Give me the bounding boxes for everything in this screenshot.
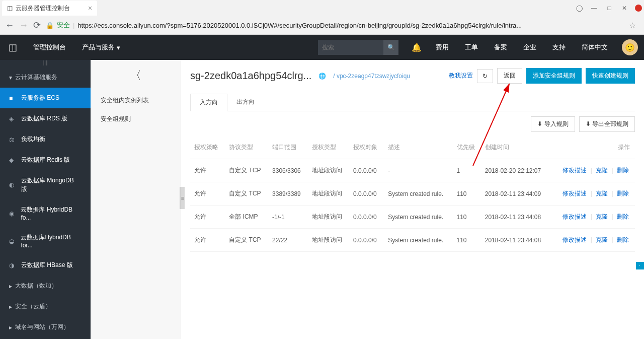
console-link[interactable]: 管理控制台 xyxy=(25,35,74,60)
cell-authtype: 地址段访问 xyxy=(308,206,349,229)
cell-created: 2018-02-20 22:12:07 xyxy=(481,159,550,182)
products-label: 产品与服务 xyxy=(82,43,115,52)
modify-desc-link[interactable]: 修改描述 xyxy=(562,190,587,197)
topbar-link[interactable]: 支持 xyxy=(544,35,574,60)
cell-priority: 110 xyxy=(453,229,481,252)
chevron-down-icon: ▾ xyxy=(9,74,12,81)
import-rules-button[interactable]: ⬇ 导入规则 xyxy=(531,116,575,132)
maximize-icon[interactable]: □ xyxy=(605,5,614,12)
sidebar-item-label: 云数据库 MongoDB 版 xyxy=(21,176,82,193)
table-row: 允许自定义 TCP3306/3306地址段访问0.0.0.0/0-12018-0… xyxy=(190,159,635,182)
tab-inbound[interactable]: 入方向 xyxy=(190,94,227,111)
quick-create-button[interactable]: 快速创建规则 xyxy=(586,68,635,84)
cell-authobj: 0.0.0.0/0 xyxy=(349,159,384,182)
ext-red-icon[interactable] xyxy=(635,5,642,12)
modify-desc-link[interactable]: 修改描述 xyxy=(562,167,587,174)
back-chevron-icon[interactable]: 〈 xyxy=(91,60,181,91)
cell-port: -1/-1 xyxy=(268,206,308,229)
collapse-icon[interactable]: ||| xyxy=(0,60,91,67)
service-icon: ◒ xyxy=(9,238,16,245)
bookmark-icon[interactable]: ☆ xyxy=(629,21,636,30)
cell-ops: 修改描述 | 克隆 | 删除 xyxy=(550,159,635,182)
sidebar-item-label: 云数据库HybridDB for... xyxy=(21,233,82,249)
sidebar-item[interactable]: ■云服务器 ECS xyxy=(0,88,91,108)
search-box[interactable]: 🔍 xyxy=(318,40,398,55)
modify-desc-link[interactable]: 修改描述 xyxy=(562,213,587,220)
cell-ops: 修改描述 | 克隆 | 删除 xyxy=(550,206,635,229)
browser-tab[interactable]: ◫ 云服务器管理控制台 × xyxy=(2,1,97,16)
feedback-widget[interactable]: 咨询·建议 xyxy=(636,262,644,269)
avatar[interactable]: 🙂 xyxy=(622,39,638,55)
sidebar-item[interactable]: ◉云数据库 HybridDB fo... xyxy=(0,199,91,227)
app-bar: ◫ 管理控制台 产品与服务 ▾ 🔍 🔔 费用 工单 备案 企业 支持 简体中文 … xyxy=(0,35,644,60)
brand-icon[interactable]: ◫ xyxy=(0,42,25,53)
table-row: 允许自定义 TCP22/22地址段访问0.0.0.0/0System creat… xyxy=(190,229,635,252)
secondary-nav-item[interactable]: 安全组规则 xyxy=(91,110,181,128)
modify-desc-link[interactable]: 修改描述 xyxy=(562,236,587,243)
group-label: 云计算基础服务 xyxy=(15,73,57,82)
minimize-icon[interactable]: — xyxy=(590,5,599,12)
search-icon[interactable]: 🔍 xyxy=(383,40,398,55)
nav-group-title[interactable]: ▾ 云计算基础服务 xyxy=(0,67,91,88)
nav-group-title[interactable]: ▸安全（云盾） xyxy=(0,296,91,317)
service-icon: ◉ xyxy=(9,210,16,217)
secondary-nav-item[interactable]: 安全组内实例列表 xyxy=(91,91,181,110)
delete-link[interactable]: 删除 xyxy=(617,167,629,174)
clone-link[interactable]: 克隆 xyxy=(596,213,608,220)
sidebar-item[interactable]: ◑云数据库 HBase 版 xyxy=(0,255,91,276)
sidebar-item[interactable]: ◐云数据库 MongoDB 版 xyxy=(0,170,91,199)
chevron-down-icon: ▾ xyxy=(117,44,120,51)
export-rules-button[interactable]: ⬇ 导出全部规则 xyxy=(579,116,635,132)
topbar-link[interactable]: 备案 xyxy=(486,35,515,60)
close-icon[interactable]: × xyxy=(88,4,92,12)
bell-icon[interactable]: 🔔 xyxy=(406,43,428,52)
table-row: 允许自定义 TCP3389/3389地址段访问0.0.0.0/0System c… xyxy=(190,182,635,206)
window-close-icon[interactable]: ✕ xyxy=(620,5,629,12)
col-header: 优先级 xyxy=(453,136,481,159)
clone-link[interactable]: 克隆 xyxy=(596,190,608,197)
tab-outbound[interactable]: 出方向 xyxy=(227,94,264,111)
cell-created: 2018-02-11 23:44:09 xyxy=(481,182,550,206)
disk-icon[interactable]: 🌐 xyxy=(318,73,326,80)
cell-port: 22/22 xyxy=(268,229,308,252)
user-icon[interactable]: ◯ xyxy=(575,5,584,12)
topbar-link[interactable]: 企业 xyxy=(515,35,544,60)
forward-icon[interactable]: → xyxy=(19,20,28,31)
delete-link[interactable]: 删除 xyxy=(617,190,629,197)
topbar-link[interactable]: 工单 xyxy=(457,35,486,60)
delete-link[interactable]: 删除 xyxy=(617,213,629,220)
browser-chrome: ◫ 云服务器管理控制台 × ◯ — □ ✕ ← → ⟳ 🔒 安全 | https… xyxy=(0,0,644,35)
vpc-link[interactable]: / vpc-2zeagp47tzswzjycfoiqu xyxy=(333,73,410,80)
cell-authtype: 地址段访问 xyxy=(308,182,349,206)
topbar-link[interactable]: 费用 xyxy=(428,35,457,60)
col-header: 描述 xyxy=(384,136,452,159)
cell-protocol: 自定义 TCP xyxy=(225,229,268,252)
col-header: 操作 xyxy=(550,136,635,159)
topbar-link[interactable]: 简体中文 xyxy=(574,35,616,60)
cell-desc: System created rule. xyxy=(384,182,452,206)
sidebar-item[interactable]: ◈云数据库 RDS 版 xyxy=(0,108,91,129)
cell-desc: - xyxy=(384,159,452,182)
clone-link[interactable]: 克隆 xyxy=(596,236,608,243)
back-button[interactable]: 返回 xyxy=(497,68,522,84)
cell-protocol: 全部 ICMP xyxy=(225,206,268,229)
back-icon[interactable]: ← xyxy=(5,20,14,31)
sidebar-item[interactable]: ⚖负载均衡 xyxy=(0,129,91,150)
reload-icon[interactable]: ⟳ xyxy=(33,20,41,31)
add-rule-button[interactable]: 添加安全组规则 xyxy=(526,68,582,84)
cell-policy: 允许 xyxy=(190,182,225,206)
refresh-button[interactable]: ↻ xyxy=(477,69,493,83)
url-text: https://ecs.console.aliyun.com/?spm=5176… xyxy=(77,22,522,29)
nav-group-title[interactable]: ▸域名与网站（万网） xyxy=(0,317,91,337)
delete-link[interactable]: 删除 xyxy=(617,236,629,243)
tutorial-link[interactable]: 教我设置 xyxy=(449,72,473,80)
nav-group-title[interactable]: ▸大数据（数加） xyxy=(0,276,91,296)
search-input[interactable] xyxy=(318,44,383,51)
sidebar-item-label: 负载均衡 xyxy=(21,135,45,144)
products-dropdown[interactable]: 产品与服务 ▾ xyxy=(74,35,128,60)
address-bar[interactable]: 🔒 安全 | https://ecs.console.aliyun.com/?s… xyxy=(46,21,624,30)
sidebar-item[interactable]: ◆云数据库 Redis 版 xyxy=(0,150,91,170)
cell-port: 3389/3389 xyxy=(268,182,308,206)
clone-link[interactable]: 克隆 xyxy=(596,167,608,174)
sidebar-item[interactable]: ◒云数据库HybridDB for... xyxy=(0,227,91,255)
